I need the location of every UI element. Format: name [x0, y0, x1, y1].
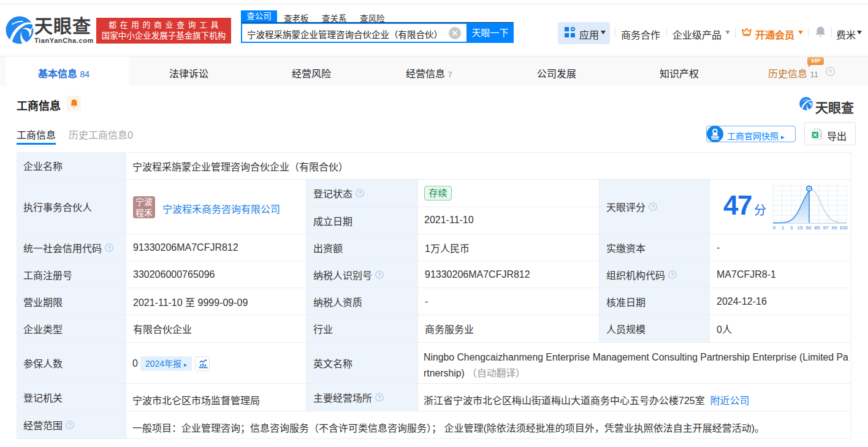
svg-text:97: 97	[823, 225, 829, 231]
svg-text:?: ?	[378, 394, 381, 400]
svg-text:1: 1	[782, 225, 785, 231]
svg-text:50: 50	[806, 225, 812, 231]
svg-text:?: ?	[359, 190, 362, 196]
svg-text:?: ?	[671, 272, 674, 278]
svg-text:?: ?	[108, 245, 111, 251]
svg-text:?: ?	[829, 68, 832, 75]
svg-text:85: 85	[815, 225, 820, 231]
svg-text:?: ?	[652, 204, 655, 210]
svg-text:?: ?	[69, 422, 72, 428]
svg-text:3: 3	[790, 225, 793, 231]
svg-text:99: 99	[832, 225, 837, 231]
svg-text:100: 100	[839, 225, 848, 231]
svg-text:0: 0	[773, 225, 776, 231]
svg-text:15: 15	[798, 225, 803, 231]
svg-text:?: ?	[378, 272, 381, 278]
